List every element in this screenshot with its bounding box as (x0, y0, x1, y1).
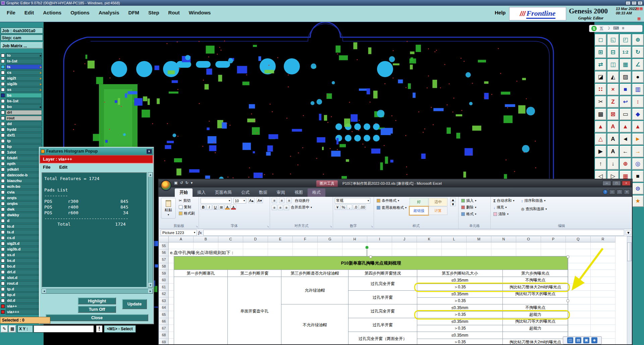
copy-button[interactable]: 复制 (178, 204, 196, 210)
layer-visibility-checkbox[interactable] (1, 122, 5, 126)
layer-name[interactable]: cs.d (6, 235, 42, 240)
layer-visibility-checkbox[interactable] (1, 213, 5, 217)
menu-icon[interactable]: ≡ (622, 26, 624, 32)
layer-visibility-checkbox[interactable] (1, 151, 5, 154)
tab-审阅[interactable]: 审阅 (272, 188, 290, 197)
formula-input[interactable] (203, 230, 624, 236)
layer-row-bp[interactable]: bp (0, 144, 44, 150)
font-color-button[interactable]: A (231, 205, 236, 210)
layer-name[interactable]: bo (6, 104, 42, 109)
borders-button[interactable]: ⊞ (219, 205, 224, 210)
mesh-button[interactable]: ▩ (595, 109, 606, 120)
layer-visibility-checkbox[interactable] (1, 236, 5, 240)
dual-screen-button[interactable]: ◫ (607, 59, 619, 70)
menu-file[interactable]: File (7, 10, 15, 15)
layer-row-ydkdrl[interactable]: ydkdrl (0, 167, 44, 173)
layer-visibility-checkbox[interactable] (1, 162, 5, 166)
delete-cells-button[interactable]: 删除▾ (460, 205, 489, 210)
format-as-table-button[interactable]: 套用表格格式▾ (376, 205, 408, 211)
menu-windows[interactable]: Windows (189, 10, 211, 15)
fill-button[interactable]: ↓填充▾ (492, 205, 516, 210)
xy-input[interactable] (34, 325, 94, 333)
layer-visibility-checkbox[interactable] (1, 145, 5, 149)
row-header-67[interactable]: 67 (159, 325, 169, 332)
layer-visibility-checkbox[interactable] (1, 128, 5, 131)
command-button[interactable]: ! (96, 325, 103, 333)
layer-visibility-checkbox[interactable] (1, 282, 5, 285)
pan-tool-button[interactable]: ⊕ (632, 34, 644, 46)
menu-options[interactable]: Options (70, 10, 90, 15)
layer-name[interactable]: ts (6, 64, 42, 69)
sort-filter-button[interactable]: ↕排序和筛选▾ (520, 198, 548, 204)
save-icon[interactable]: ▣ (174, 181, 177, 185)
column-header-E[interactable]: E (268, 236, 293, 242)
layer-visibility-checkbox[interactable] (1, 196, 5, 200)
taskbar-icon-1[interactable]: ◫ (567, 337, 573, 343)
row-header-69[interactable]: 69 (159, 339, 169, 345)
layer-row-via+++[interactable]: via+++ (0, 309, 44, 315)
layer-row-orqts[interactable]: orqts (0, 195, 44, 201)
rectangle-button[interactable]: ▭ (620, 109, 631, 120)
layer-visibility-checkbox[interactable] (1, 230, 5, 234)
layer-name[interactable]: to (6, 53, 42, 58)
percent-button[interactable]: % (341, 205, 346, 210)
column-header-D[interactable]: D (243, 236, 268, 242)
currency-button[interactable]: ¥ (335, 205, 340, 210)
layer-visibility-checkbox[interactable] (1, 133, 5, 137)
arrow-up-button[interactable]: ↑ (595, 158, 606, 170)
text-a-button[interactable]: A (607, 121, 619, 132)
layer-visibility-checkbox[interactable] (1, 88, 5, 92)
font-name-combo[interactable]: ▾ (201, 198, 231, 204)
menu-edit[interactable]: Edit (24, 10, 34, 15)
format-cells-button[interactable]: 格式▾ (460, 211, 489, 217)
grid-view-button[interactable]: ▦ (620, 59, 631, 70)
layer-visibility-checkbox[interactable] (1, 94, 5, 97)
zoom-z-button[interactable]: Z (607, 96, 619, 108)
layer-name[interactable]: slot.d (6, 275, 42, 280)
layer-row-tp[interactable]: tp (0, 138, 44, 144)
insert-cells-button[interactable]: 插入▾ (460, 198, 489, 204)
layer-row-to[interactable]: to▸ (0, 53, 44, 59)
layer-row-ts-1st[interactable]: ts-1st (0, 59, 44, 64)
layer-name[interactable]: sig3b (6, 81, 42, 87)
layer-name[interactable]: orqbs (6, 201, 42, 206)
layer-name[interactable]: biaozhu (6, 178, 42, 183)
layer-row-ts.d[interactable]: ts.d (0, 230, 44, 235)
layer-visibility-checkbox[interactable] (1, 225, 5, 228)
row-header-68[interactable]: 68 (159, 332, 169, 339)
window-maximize-icon[interactable]: □ (632, 1, 637, 5)
row-header-57[interactable]: 57 (159, 256, 169, 263)
fx-icon[interactable]: fx (198, 230, 202, 235)
popup-title-bar[interactable]: Features Histogram Popup × (40, 148, 153, 155)
menu-actions[interactable]: Actions (43, 10, 61, 15)
row-header-58[interactable]: 58 (159, 263, 169, 270)
layer-visibility-checkbox[interactable] (1, 116, 5, 120)
excel-maximize-icon[interactable]: □ (612, 181, 621, 186)
excel-title-bar[interactable]: ▣↺↻▾ 图片工具 P10订单制作简易2022-03-03.xls [兼容模式]… (159, 179, 632, 187)
layer-name[interactable]: via++ (6, 304, 42, 309)
undo-button[interactable]: ↩ (620, 96, 631, 108)
shrink-font-button[interactable]: A▾ (257, 198, 263, 203)
layer-row-dwk[interactable]: dwk (0, 207, 44, 213)
layer-name[interactable]: hydd (6, 127, 42, 132)
circle-select-button[interactable]: ◎ (632, 158, 644, 170)
column-header-I[interactable]: I (367, 236, 392, 242)
diamond-button[interactable]: ◆ (632, 109, 644, 120)
column-header-O[interactable]: O (516, 236, 541, 242)
dot-center-button[interactable]: ⊙ (632, 183, 644, 194)
italic-button[interactable]: I (207, 205, 212, 210)
layer-visibility-checkbox[interactable] (1, 54, 5, 57)
cut-feature-button[interactable]: ✂ (595, 96, 606, 108)
layer-visibility-checkbox[interactable] (1, 179, 5, 183)
layer-row-tp.d[interactable]: tp.d (0, 287, 44, 292)
layer-row-sig2t.d[interactable]: sig2t.d (0, 241, 44, 247)
layer-row-ts[interactable]: ts▸ (0, 64, 44, 70)
column-header-L[interactable]: L (442, 236, 467, 242)
layer-row-bp.d[interactable]: bp.d (0, 292, 44, 298)
undo-icon[interactable]: ↺ (180, 181, 183, 185)
layer-visibility-checkbox[interactable] (1, 156, 5, 160)
clear-button[interactable]: 清除▾ (492, 211, 516, 217)
layer-row-ss[interactable]: ss▸ (0, 87, 44, 93)
layer-name[interactable]: fzkdrl (6, 156, 42, 161)
comma-button[interactable]: , (347, 205, 352, 210)
